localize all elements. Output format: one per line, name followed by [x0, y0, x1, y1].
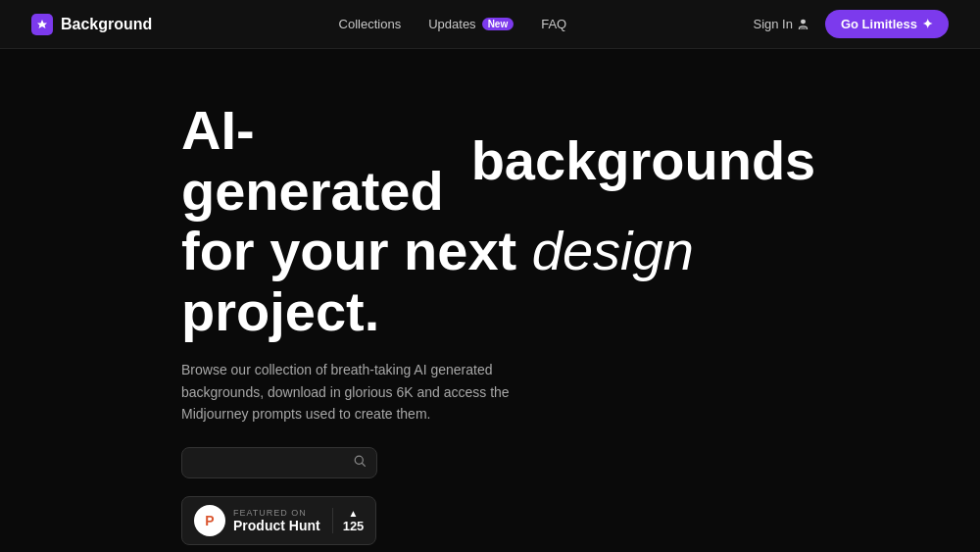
go-limitless-button[interactable]: Go Limitless ✦: [825, 10, 949, 38]
ph-icon: P: [194, 505, 225, 536]
search-bar[interactable]: [181, 447, 377, 478]
go-limitless-label: Go Limitless: [841, 17, 917, 31]
logo-text: Background: [61, 16, 152, 33]
navbar: Background Collections Updates New FAQ S…: [0, 0, 980, 49]
nav-faq[interactable]: FAQ: [541, 17, 566, 31]
ph-vote-arrow: ▲: [349, 508, 359, 519]
sign-in-label: Sign In: [753, 17, 792, 31]
ph-name: Product Hunt: [233, 518, 320, 533]
sign-in-button[interactable]: Sign In: [753, 17, 808, 31]
title-ai-generated: AI-generated: [181, 100, 444, 221]
title-project: project.: [181, 280, 379, 342]
hero-title-line1: AI-generated backgrounds: [181, 100, 789, 221]
nav-collections[interactable]: Collections: [339, 17, 402, 31]
title-for-your-next: for your next: [181, 220, 516, 281]
search-input[interactable]: [192, 455, 348, 470]
title-backgrounds: backgrounds: [471, 130, 816, 191]
product-hunt-badge[interactable]: P FEATURED ON Product Hunt ▲ 125: [181, 496, 376, 545]
collections-section: Browse Collections Metallic: [0, 545, 980, 552]
logo[interactable]: Background: [31, 14, 152, 35]
nav-links: Collections Updates New FAQ: [339, 17, 567, 31]
title-design: design: [532, 220, 694, 281]
ph-featured-label: FEATURED ON: [233, 508, 320, 518]
hero-title-line2: for your next design project.: [181, 221, 789, 341]
svg-point-0: [801, 20, 805, 24]
nav-actions: Sign In Go Limitless ✦: [753, 10, 949, 38]
nav-updates[interactable]: Updates: [428, 17, 475, 31]
ph-icon-letter: P: [205, 513, 214, 528]
ph-votes: ▲ 125: [332, 508, 365, 533]
go-limitless-icon: ✦: [922, 17, 933, 31]
ph-vote-count: 125: [343, 519, 365, 533]
hero-subtitle: Browse our collection of breath-taking A…: [181, 359, 564, 425]
user-icon: [797, 18, 809, 30]
hero-title: AI-generated backgrounds for yo: [181, 100, 789, 341]
search-icon: [354, 455, 367, 471]
logo-icon: [31, 14, 53, 35]
hero-section: AI-generated backgrounds for yo: [0, 49, 980, 545]
nav-updates-wrap: Updates New: [428, 17, 514, 31]
new-badge: New: [482, 18, 514, 30]
ph-text: FEATURED ON Product Hunt: [233, 508, 320, 533]
